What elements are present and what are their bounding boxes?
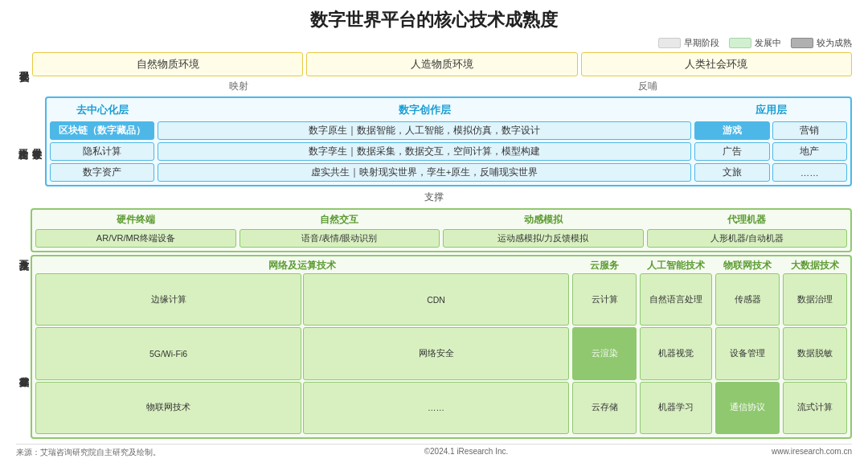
interact-motion-title: 动感模拟 — [443, 213, 644, 227]
legend: 早期阶段 发展中 较为成熟 — [16, 37, 852, 49]
found-bigdata: 大数据技术 数据治理 数据脱敏 流式计算 — [783, 260, 847, 434]
interact-motion: 动感模拟 运动感模拟/力反馈模拟 — [443, 213, 644, 248]
digital-world-inner: 去中心化层 区块链（数字藏品） 隐私计算 数字资产 数字创作层 数字原生｜数据智… — [45, 96, 852, 186]
found-bigdata-2: 流式计算 — [783, 382, 847, 434]
app-cell-3: 地产 — [772, 142, 848, 161]
dw-app-grid: 游戏 营销 广告 地产 文旅 …… — [694, 121, 847, 182]
real-world-cell-1: 人造物质环境 — [306, 52, 577, 76]
found-cloud-2: 云存储 — [572, 382, 637, 434]
found-network: 网络及运算技术 边缘计算 CDN 5G/Wi-Fi6 网络安全 物联网技术 …… — [35, 260, 569, 434]
real-world-cell-0: 自然物质环境 — [32, 52, 303, 76]
legend-mature-box — [791, 38, 813, 48]
dw-create-cell-1: 数字孪生｜数据采集，数据交互，空间计算，模型构建 — [158, 142, 691, 161]
legend-mature: 较为成熟 — [791, 37, 852, 49]
legend-early-box — [658, 38, 681, 48]
app-cell-1: 营销 — [772, 121, 848, 140]
support-label: 支撑 — [424, 191, 444, 204]
found-network-grid: 边缘计算 CDN 5G/Wi-Fi6 网络安全 物联网技术 …… — [35, 273, 569, 434]
real-world-label: 现实世界 — [16, 52, 31, 76]
app-cell-4: 文旅 — [694, 163, 770, 182]
digital-world-section: 数字世界 平台构建 去中心化层 区块链（数字藏品） 隐私计算 数字资产 数字创作… — [16, 96, 852, 186]
app-cell-0: 游戏 — [694, 121, 770, 140]
legend-dev-label: 发展中 — [755, 37, 781, 49]
page-title: 数字世界平台的核心技术成熟度 — [16, 8, 852, 32]
foundation-row: 网络及运算技术 边缘计算 CDN 5G/Wi-Fi6 网络安全 物联网技术 ……… — [31, 255, 852, 439]
arrow-feedback: 反哺 — [443, 80, 852, 93]
left-labels: 交互技术 基础支撑 — [16, 208, 31, 439]
interact-natural-title: 自然交互 — [240, 213, 440, 227]
footer-website: www.iresearch.com.cn — [772, 447, 852, 458]
bottom-section: 交互技术 基础支撑 硬件终端 AR/VR/MR终端设备 自然交互 语音/表情/眼… — [16, 208, 852, 439]
found-bigdata-0: 数据治理 — [783, 273, 847, 326]
found-cloud-0: 云计算 — [572, 273, 637, 326]
found-iot-title: 物联网技术 — [715, 260, 780, 272]
found-iot-2: 通信协议 — [715, 382, 780, 434]
app-cell-2: 广告 — [694, 142, 770, 161]
real-world-row: 现实世界 自然物质环境 人造物质环境 人类社会环境 — [16, 52, 852, 76]
found-network-2: 5G/Wi-Fi6 — [35, 327, 301, 379]
interact-label: 交互技术 — [16, 208, 31, 296]
dw-app-col: 应用层 游戏 营销 广告 地产 文旅 …… — [694, 101, 847, 182]
found-iot-cells: 传感器 设备管理 通信协议 — [715, 273, 780, 434]
found-cloud-1: 云渲染 — [572, 327, 637, 379]
interact-agent-cell: 人形机器/自动机器 — [647, 229, 848, 248]
found-ai: 人工智能技术 自然语言处理 机器视觉 机器学习 — [640, 260, 712, 434]
found-iot: 物联网技术 传感器 设备管理 通信协议 — [715, 260, 780, 434]
page: 数字世界平台的核心技术成熟度 早期阶段 发展中 较为成熟 现实世界 自然物质环境… — [0, 0, 868, 463]
found-cloud-cells: 云计算 云渲染 云存储 — [572, 273, 637, 434]
interact-row: 硬件终端 AR/VR/MR终端设备 自然交互 语音/表情/眼动识别 动感模拟 运… — [31, 208, 852, 252]
dw-decenter-title: 去中心化层 — [50, 101, 154, 119]
found-cloud-title: 云服务 — [572, 260, 637, 272]
found-network-4: 物联网技术 — [35, 382, 301, 434]
found-network-3: 网络安全 — [303, 327, 569, 379]
legend-early: 早期阶段 — [658, 37, 719, 49]
interact-hardware-title: 硬件终端 — [35, 213, 236, 227]
footer-year: ©2024.1 iResearch Inc. — [424, 447, 509, 458]
dw-decenter-cell-1: 隐私计算 — [50, 142, 154, 161]
real-world-cell-2: 人类社会环境 — [581, 52, 852, 76]
interact-agent-title: 代理机器 — [647, 213, 848, 227]
found-bigdata-title: 大数据技术 — [783, 260, 847, 272]
support-row: 支撑 — [16, 190, 852, 205]
footer-source: 来源：艾瑞咨询研究院自主研究及绘制。 — [16, 447, 161, 458]
interact-hardware-cell: AR/VR/MR终端设备 — [35, 229, 236, 248]
dw-decenter-col: 去中心化层 区块链（数字藏品） 隐私计算 数字资产 — [50, 101, 154, 182]
found-bigdata-1: 数据脱敏 — [783, 327, 847, 379]
foundation-label: 基础支撑 — [16, 298, 31, 439]
found-bigdata-cells: 数据治理 数据脱敏 流式计算 — [783, 273, 847, 434]
bottom-content: 硬件终端 AR/VR/MR终端设备 自然交互 语音/表情/眼动识别 动感模拟 运… — [31, 208, 852, 439]
interact-agent: 代理机器 人形机器/自动机器 — [647, 213, 848, 248]
app-cell-5: …… — [772, 163, 848, 182]
dw-decenter-cell-0: 区块链（数字藏品） — [50, 121, 154, 140]
content: 现实世界 自然物质环境 人造物质环境 人类社会环境 映射 反哺 数字世界 平台构… — [16, 52, 852, 458]
found-iot-1: 设备管理 — [715, 327, 780, 379]
found-network-5: …… — [303, 382, 569, 434]
legend-mature-label: 较为成熟 — [817, 37, 852, 49]
interact-hardware: 硬件终端 AR/VR/MR终端设备 — [35, 213, 236, 248]
found-ai-2: 机器学习 — [640, 382, 712, 434]
dw-app-title: 应用层 — [694, 101, 847, 119]
interact-motion-cell: 运动感模拟/力反馈模拟 — [443, 229, 644, 248]
found-cloud: 云服务 云计算 云渲染 云存储 — [572, 260, 637, 434]
footer: 来源：艾瑞咨询研究院自主研究及绘制。 ©2024.1 iResearch Inc… — [16, 444, 852, 458]
dw-create-col: 数字创作层 数字原生｜数据智能，人工智能，模拟仿真，数字设计 数字孪生｜数据采集… — [158, 101, 691, 182]
legend-dev-box — [729, 38, 751, 48]
dw-create-title: 数字创作层 — [158, 101, 691, 119]
found-network-0: 边缘计算 — [35, 273, 301, 326]
found-ai-1: 机器视觉 — [640, 327, 712, 379]
found-ai-title: 人工智能技术 — [640, 260, 712, 272]
digital-world-label: 数字世界 平台构建 — [16, 96, 43, 186]
interact-natural: 自然交互 语音/表情/眼动识别 — [240, 213, 440, 248]
arrow-row: 映射 反哺 — [16, 80, 852, 93]
arrow-mapping: 映射 — [34, 80, 443, 93]
real-world-content: 自然物质环境 人造物质环境 人类社会环境 — [32, 52, 852, 76]
found-ai-cells: 自然语言处理 机器视觉 机器学习 — [640, 273, 712, 434]
legend-dev: 发展中 — [729, 37, 781, 49]
dw-create-cell-0: 数字原生｜数据智能，人工智能，模拟仿真，数字设计 — [158, 121, 691, 140]
interact-natural-cell: 语音/表情/眼动识别 — [240, 229, 440, 248]
found-ai-0: 自然语言处理 — [640, 273, 712, 326]
legend-early-label: 早期阶段 — [684, 37, 719, 49]
dw-decenter-cell-2: 数字资产 — [50, 163, 154, 182]
found-network-title: 网络及运算技术 — [35, 260, 569, 272]
found-network-1: CDN — [303, 273, 569, 326]
